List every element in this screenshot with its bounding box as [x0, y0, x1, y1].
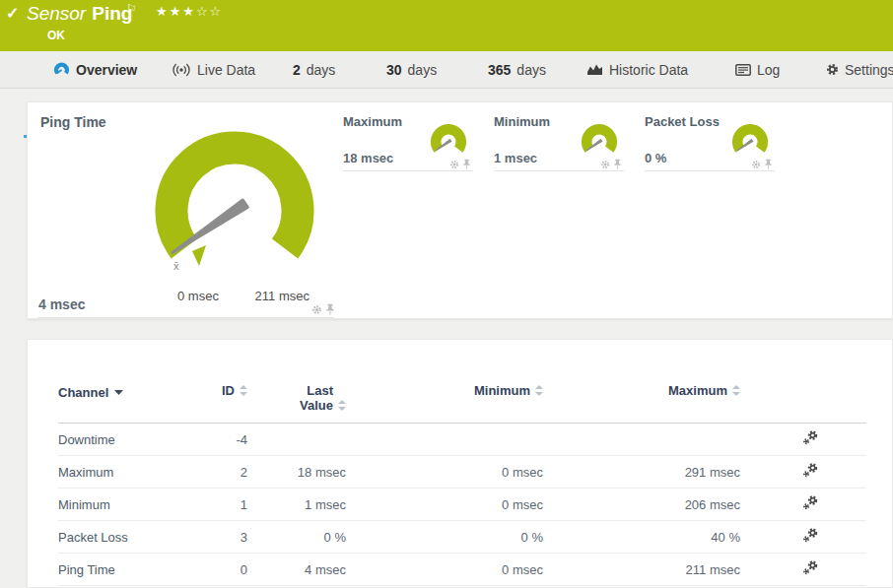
channels-table: Channel ID Last Value Minimum Maximum [58, 369, 866, 586]
area-chart-icon [586, 63, 603, 76]
channel-id: 1 [206, 489, 247, 521]
channel-settings-gears-icon[interactable] [802, 560, 819, 576]
sort-both-icon [338, 399, 346, 414]
tab-live-data[interactable]: Live Data [172, 51, 255, 88]
broadcast-icon [172, 63, 191, 77]
channel-last-value: 4 msec [247, 554, 346, 586]
primary-channel-title: Ping Time [40, 114, 106, 130]
priority-stars[interactable]: ★★★☆☆ [156, 4, 223, 19]
channel-last-value: 18 msec [247, 456, 346, 489]
channel-last-value: 1 msec [247, 489, 346, 521]
gauge-pin-icon[interactable] [613, 159, 622, 169]
tab-historic-data[interactable]: Historic Data [586, 51, 688, 88]
tab-label: Historic Data [609, 62, 688, 78]
column-label: ID [222, 383, 235, 398]
maximum-gauge [430, 122, 467, 160]
channel-minimum: 0 % [346, 521, 543, 554]
gauge-settings-gear-icon[interactable] [449, 160, 459, 169]
prtg-sensor-page: ✓ SensorPing ⚐ ★★★☆☆ OK Overview Live Da… [0, 0, 893, 588]
divider [38, 317, 334, 318]
gauge-block-maximum: Maximum 18 msec [343, 112, 473, 171]
channel-maximum: 211 msec [543, 554, 740, 586]
column-header-channel[interactable]: Channel [58, 369, 206, 424]
column-header-actions [740, 369, 866, 424]
channel-settings-gears-icon[interactable] [802, 495, 819, 511]
sensor-type-label: Sensor [27, 3, 86, 24]
sort-both-icon [732, 384, 740, 399]
tab-number: 30 [386, 62, 402, 78]
channel-maximum: 206 msec [543, 489, 740, 521]
gauge-block-minimum: Minimum 1 msec [494, 112, 624, 171]
gauge-title: Maximum [343, 114, 402, 129]
tab-settings[interactable]: Settings [826, 51, 893, 88]
channel-name[interactable]: Maximum [58, 456, 206, 489]
log-lines-icon [735, 64, 751, 76]
sensor-title: SensorPing [27, 3, 132, 25]
gauge-scale-min: 0 msec [177, 289, 219, 303]
tab-label: days [408, 62, 438, 78]
gauge-settings-gear-icon[interactable] [311, 304, 322, 315]
gauge-pin-icon[interactable] [462, 159, 471, 169]
gauges-panel: Ping Time x̄ 0 msec 211 msec 4 msec Maxi… [27, 101, 893, 319]
gauge-value: 18 msec [343, 151, 393, 165]
column-header-last-value[interactable]: Last Value [247, 369, 346, 424]
channel-minimum: 0 msec [346, 489, 543, 521]
sensor-header: ✓ SensorPing ⚐ ★★★☆☆ OK [0, 0, 893, 51]
gauge-scale-max: 211 msec [254, 289, 309, 303]
channel-last-value [247, 424, 346, 456]
channel-minimum: 0 msec [346, 554, 543, 586]
gauge-icon [53, 61, 70, 78]
table-row: Ping Time 0 4 msec 0 msec 211 msec [58, 554, 866, 586]
tab-label: Log [757, 62, 780, 78]
tab-30-days[interactable]: 30 days [386, 51, 437, 88]
channel-id: -4 [206, 424, 247, 456]
gauge-pin-icon[interactable] [764, 159, 773, 169]
column-header-id[interactable]: ID [206, 369, 247, 424]
sort-both-icon [535, 384, 543, 399]
channel-minimum: 0 msec [346, 456, 543, 489]
channel-settings-gears-icon[interactable] [802, 463, 819, 479]
priority-flag-icon[interactable]: ⚐ [126, 2, 137, 16]
channel-name[interactable]: Ping Time [58, 554, 206, 586]
table-row: Downtime -4 [58, 424, 866, 456]
gauge-average-notch [192, 245, 206, 266]
tab-label: Live Data [197, 62, 255, 78]
tab-label: days [516, 62, 546, 78]
tab-number: 365 [488, 62, 511, 78]
channel-id: 2 [206, 456, 247, 489]
tab-label: Overview [76, 62, 137, 78]
packet-loss-gauge [731, 122, 769, 160]
channel-id: 3 [206, 521, 247, 554]
gauge-value: 1 msec [494, 151, 537, 165]
channel-settings-gears-icon[interactable] [802, 528, 819, 544]
table-row: Minimum 1 1 msec 0 msec 206 msec [58, 489, 866, 521]
status-ok-check-icon: ✓ [6, 4, 19, 23]
column-label: Channel [58, 385, 108, 400]
column-label: Maximum [668, 383, 727, 398]
gauge-settings-gear-icon[interactable] [600, 160, 610, 169]
gauge-title: Packet Loss [645, 114, 720, 129]
tab-label: Settings [845, 62, 893, 78]
minimum-gauge [581, 122, 618, 160]
channel-settings-gears-icon[interactable] [802, 430, 819, 446]
tab-2-days[interactable]: 2 days [293, 51, 335, 88]
gauge-pin-icon[interactable] [325, 303, 335, 315]
gauge-settings-gear-icon[interactable] [751, 160, 761, 169]
channel-name[interactable]: Packet Loss [58, 521, 206, 554]
column-header-maximum[interactable]: Maximum [543, 369, 740, 424]
channel-id: 0 [206, 554, 247, 586]
column-header-minimum[interactable]: Minimum [346, 369, 543, 424]
primary-channel-value: 4 msec [38, 296, 85, 312]
tab-label: days [307, 62, 336, 78]
channel-minimum [346, 424, 543, 456]
channels-panel: Channel ID Last Value Minimum Maximum [27, 339, 893, 588]
channel-name[interactable]: Downtime [58, 424, 206, 456]
tab-overview[interactable]: Overview [53, 51, 137, 88]
tab-log[interactable]: Log [735, 51, 780, 88]
tab-number: 2 [293, 62, 301, 78]
sensor-tabbar: Overview Live Data 2 days 30 days 365 da… [0, 51, 893, 89]
channel-maximum [543, 424, 740, 456]
tab-365-days[interactable]: 365 days [488, 51, 546, 88]
column-label: Last Value [282, 383, 333, 413]
channel-name[interactable]: Minimum [58, 489, 206, 521]
